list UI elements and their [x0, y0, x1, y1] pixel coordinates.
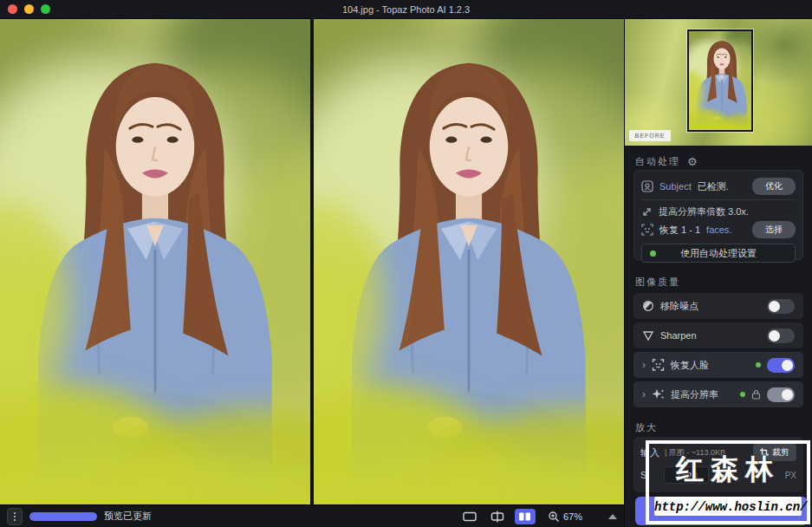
gear-icon[interactable]: ⚙ [687, 155, 698, 168]
sharpen-toggle[interactable] [767, 329, 795, 343]
app-window: 104.jpg - Topaz Photo AI 1.2.3 预览已更新 [0, 0, 812, 527]
before-image-panel[interactable] [0, 19, 310, 504]
enlarge-header: 放大 [635, 421, 658, 434]
window-title: 104.jpg - Topaz Photo AI 1.2.3 [342, 4, 470, 15]
denoise-icon [642, 300, 654, 312]
upscale-sparkle-icon [652, 388, 665, 400]
titlebar: 104.jpg - Topaz Photo AI 1.2.3 [0, 0, 812, 19]
preview-status-text: 预览已更新 [104, 510, 152, 523]
chevron-right-icon[interactable]: › [642, 389, 646, 400]
traffic-lights [8, 4, 50, 14]
upscale-info-row: 提高分辨率倍数 3.0x. [641, 203, 796, 220]
magnifier-icon [548, 511, 560, 523]
upscale-row[interactable]: › 提高分辨率 [633, 381, 803, 407]
lock-icon [751, 389, 761, 400]
zoom-window-button[interactable] [41, 4, 50, 14]
zoom-level-label: 67% [563, 511, 582, 522]
upscale-toggle[interactable] [767, 387, 795, 402]
close-button[interactable] [8, 4, 17, 14]
faces-row: 恢复 1 - 1 faces. 选择 [641, 220, 796, 239]
preview-progress-bar [29, 512, 97, 521]
minimize-button[interactable] [24, 4, 34, 14]
faces-word: faces. [706, 224, 731, 235]
green-status-dot [650, 250, 656, 257]
split-view-button[interactable] [487, 509, 508, 524]
single-view-icon [463, 511, 477, 522]
single-view-button[interactable] [459, 509, 480, 524]
recover-faces-icon [652, 359, 665, 371]
subject-status: 已检测. [698, 180, 729, 193]
statusbar: 预览已更新 [0, 504, 624, 527]
quality-header: 图像质量 [635, 276, 680, 289]
watermark-url: http://www.hoslin.cn/ [654, 500, 807, 514]
after-image-panel[interactable] [314, 19, 624, 504]
faces-count-text: 恢复 1 - 1 [659, 224, 700, 237]
resize-arrow-icon [641, 206, 653, 218]
subject-detect-icon [641, 180, 653, 192]
autopilot-panel: Subject 已检测. 优化 提高分辨率倍数 3.0x. [633, 170, 803, 260]
sidebar: BEFORE 自动处理 ⚙ Subject 已检测. 优化 [624, 19, 812, 527]
face-frame-icon [641, 224, 653, 236]
subject-detected-row: Subject 已检测. 优化 [641, 176, 796, 197]
expand-panel-triangle[interactable] [608, 514, 617, 519]
refine-button[interactable]: 优化 [752, 178, 796, 195]
watermark-title: 红森林 [649, 451, 807, 489]
panel-divider [641, 199, 796, 200]
before-badge: BEFORE [629, 130, 671, 141]
side-by-side-view-button[interactable] [515, 509, 536, 524]
apply-autopilot-button[interactable]: 使用自动处理设置 [641, 244, 796, 263]
upscale-info-text: 提高分辨率倍数 3.0x. [659, 205, 749, 218]
green-status-dot [740, 392, 745, 397]
chevron-right-icon[interactable]: › [642, 360, 646, 370]
crop-region-rect[interactable] [687, 29, 753, 132]
watermark-url-box: http://www.hoslin.cn/ [654, 497, 802, 516]
subject-word: Subject [659, 181, 692, 192]
green-status-dot [756, 362, 761, 368]
remove-noise-toggle[interactable] [767, 299, 795, 314]
zoom-control[interactable]: 67% [548, 511, 582, 523]
watermark-overlay: 红森林 http://www.hoslin.cn/ [646, 440, 810, 524]
remove-noise-row[interactable]: 移除噪点 [633, 293, 803, 319]
comparison-canvas [0, 19, 624, 504]
recover-faces-row[interactable]: › 恢复人脸 [633, 352, 803, 378]
recover-faces-toggle[interactable] [767, 358, 795, 373]
split-view-icon [490, 511, 504, 523]
sharpen-row[interactable]: Sharpen [633, 322, 803, 348]
navigation-preview[interactable]: BEFORE [625, 19, 812, 146]
select-faces-button[interactable]: 选择 [752, 221, 796, 238]
sharpen-icon [642, 330, 654, 342]
menu-kebab-button[interactable] [7, 508, 23, 525]
side-by-side-icon [518, 512, 531, 521]
autopilot-header: 自动处理 ⚙ [635, 155, 698, 168]
